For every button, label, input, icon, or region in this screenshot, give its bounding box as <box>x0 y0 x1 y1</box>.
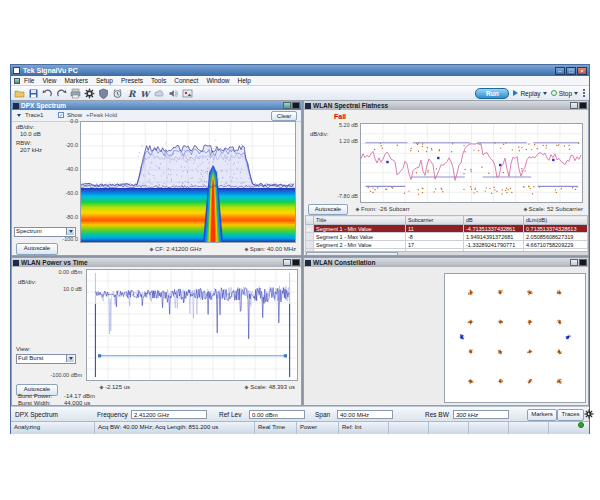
panel-menu-button[interactable] <box>579 102 587 109</box>
collapse-icon[interactable] <box>17 114 21 117</box>
span-field[interactable] <box>337 410 393 419</box>
script-w-icon[interactable]: W <box>140 88 151 99</box>
close-button[interactable]: × <box>577 67 587 75</box>
script-r-icon[interactable]: R <box>126 88 137 99</box>
table-scrollbar[interactable] <box>305 251 587 256</box>
menu-window[interactable]: Window <box>206 76 229 85</box>
panel-restore-button[interactable] <box>283 259 291 266</box>
redo-icon[interactable] <box>56 88 67 99</box>
settings-gear-icon[interactable] <box>84 88 95 99</box>
status-empty-cell <box>389 422 429 434</box>
flatness-result-badge: Fail <box>334 113 346 120</box>
cloud-icon[interactable] <box>154 88 165 99</box>
panel-restore-button[interactable] <box>570 259 578 266</box>
speaker-icon[interactable] <box>168 88 179 99</box>
mode-label: DPX Spectrum <box>15 407 58 422</box>
clear-button[interactable]: Clear <box>271 111 297 121</box>
menu-tools[interactable]: Tools <box>151 76 166 85</box>
y-tick: -20.0 <box>48 142 78 148</box>
dpx-panel-header[interactable]: DPX Spectrum <box>12 101 301 110</box>
open-folder-icon[interactable] <box>14 88 25 99</box>
dpx-autoscale-button[interactable]: Autoscale <box>16 243 58 255</box>
capture-icon[interactable] <box>182 88 193 99</box>
alarm-icon[interactable] <box>112 88 123 99</box>
y-max-label: 5.20 dB <box>322 122 358 128</box>
y-tick: 0.0 <box>48 118 78 124</box>
menu-setup[interactable]: Setup <box>96 76 113 85</box>
flatness-panel-title: WLAN Spectral Flatness <box>313 101 388 110</box>
chevron-down-icon <box>66 228 74 235</box>
menu-file[interactable]: File <box>24 76 34 85</box>
menu-view[interactable]: View <box>42 76 56 85</box>
svg-text:W: W <box>140 89 151 99</box>
chevron-down-icon <box>66 355 74 362</box>
burst-power-value: -14.17 dBm <box>64 393 95 400</box>
table-row[interactable]: Segment 2 - Min Value 17 -1.332892417907… <box>306 241 588 249</box>
table-row[interactable]: ▸ Segment 1 - Min Value 11 -4.7135133743… <box>306 225 588 233</box>
col-dlm[interactable]: dLm(dB) <box>524 216 588 225</box>
pvt-position-readout: -2.125 us <box>100 384 130 391</box>
settings-gear-icon[interactable] <box>584 409 594 419</box>
res-bw-field[interactable] <box>453 410 509 419</box>
col-db[interactable]: dB <box>464 216 524 225</box>
y-tick: -80.0 <box>48 214 78 220</box>
play-icon <box>513 90 518 96</box>
menu-help[interactable]: Help <box>238 76 251 85</box>
frequency-field[interactable] <box>131 410 207 419</box>
replay-label: Replay <box>520 90 540 97</box>
flatness-results-table[interactable]: Title Subcarrier dB dLm(dB) ▸ Segment 1 … <box>305 215 588 256</box>
dpx-view-select[interactable]: Spectrum <box>14 227 76 237</box>
col-title[interactable]: Title <box>314 216 406 225</box>
menu-bar: File View Markers Setup Presets Tools Co… <box>11 76 589 86</box>
col-subcarrier[interactable]: Subcarrier <box>406 216 464 225</box>
save-icon[interactable] <box>28 88 39 99</box>
constellation-panel-header[interactable]: WLAN Constellation <box>304 258 588 267</box>
menu-connect[interactable]: Connect <box>174 76 198 85</box>
pvt-panel-header[interactable]: WLAN Power vs Time <box>12 258 301 267</box>
dpx-cf-readout: CF: 2.41200 GHz <box>150 246 202 253</box>
flatness-panel-header[interactable]: WLAN Spectral Flatness <box>304 101 588 110</box>
panel-menu-button[interactable] <box>292 102 300 109</box>
app-icon <box>13 67 20 74</box>
panel-menu-button[interactable] <box>579 259 587 266</box>
menu-presets[interactable]: Presets <box>121 76 143 85</box>
panel-constellation: WLAN Constellation <box>303 257 589 406</box>
ref-lev-field[interactable] <box>249 410 305 419</box>
toolbar-grip[interactable] <box>582 88 586 98</box>
print-icon[interactable] <box>70 88 81 99</box>
menu-markers[interactable]: Markers <box>64 76 87 85</box>
flatness-from-readout: From: -26 Subcarr <box>356 206 410 213</box>
span-label: Span <box>315 407 330 422</box>
flatness-plot <box>360 123 583 203</box>
panel-menu-button[interactable] <box>292 259 300 266</box>
panel-icon <box>305 260 311 266</box>
panel-restore-button[interactable] <box>570 102 578 109</box>
undo-icon[interactable] <box>42 88 53 99</box>
status-led-icon <box>578 422 584 428</box>
acquisition-controls: Run Replay Stop <box>475 88 589 99</box>
panel-restore-button[interactable] <box>283 102 291 109</box>
pvt-view-select[interactable]: Full Burst <box>16 354 76 364</box>
maximize-button[interactable]: □ <box>566 67 576 75</box>
marker-icon <box>244 247 248 251</box>
marker-icon <box>99 385 103 389</box>
status-ref: Ref: Int <box>339 422 389 434</box>
table-row[interactable]: Segment 1 - Max Value -8 1.9491439137268… <box>306 233 588 241</box>
scrollbar-thumb[interactable] <box>306 252 398 256</box>
shield-icon[interactable] <box>98 88 109 99</box>
title-bar[interactable]: Tek SignalVu PC – □ × <box>11 65 589 76</box>
dpx-trace-select[interactable]: Trace1 <box>25 112 43 119</box>
window-title: Tek SignalVu PC <box>23 66 78 76</box>
peak-hold-label[interactable]: +Peak Hold <box>86 112 117 119</box>
replay-button[interactable]: Replay <box>513 90 546 97</box>
minimize-button[interactable]: – <box>555 67 565 75</box>
frequency-label: Frequency <box>97 407 128 422</box>
flatness-autoscale-button[interactable]: Autoscale <box>308 204 348 215</box>
dpx-spectrum-plot <box>80 121 296 243</box>
y-tick: -40.0 <box>48 166 78 172</box>
markers-button[interactable]: Markers <box>527 409 557 421</box>
panel-dpx-spectrum: DPX Spectrum Trace1 Show +Peak Hold Clea… <box>11 100 302 256</box>
traces-button[interactable]: Traces <box>557 409 584 421</box>
run-button[interactable]: Run <box>475 88 509 99</box>
stop-button[interactable]: Stop <box>551 90 578 97</box>
